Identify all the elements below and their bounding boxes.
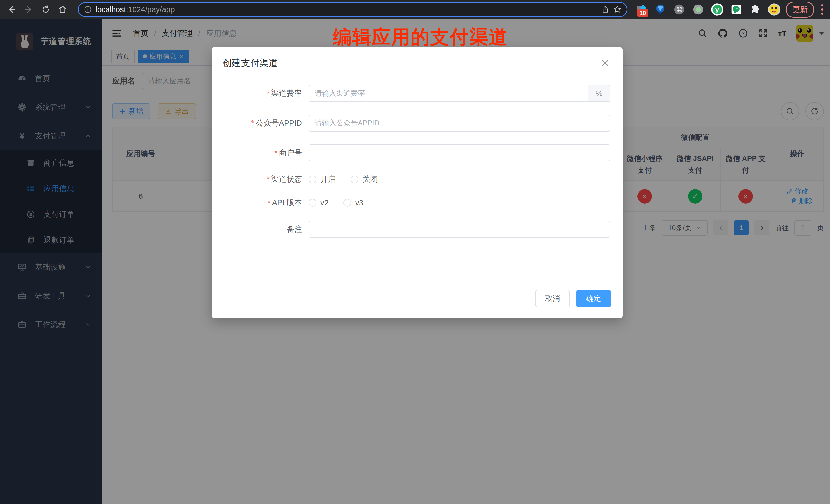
svg-text:⌘: ⌘ — [676, 6, 682, 13]
radio-icon — [309, 176, 316, 183]
radio-icon — [309, 199, 316, 207]
browser-back-button[interactable] — [5, 2, 19, 17]
channel-rate-input[interactable] — [309, 85, 588, 101]
create-pay-channel-dialog: 创建支付渠道 ✕ 渠道费率 % 公众号APPID 商户号 — [212, 47, 622, 318]
extensions-puzzle-icon[interactable] — [748, 3, 762, 16]
dialog-form: 渠道费率 % 公众号APPID 商户号 — [212, 85, 622, 250]
browser-reload-button[interactable] — [38, 2, 53, 17]
extension-gem-icon[interactable] — [653, 3, 667, 16]
browser-home-button[interactable] — [55, 2, 70, 17]
field-channel-status: 渠道状态 开启 关闭 — [212, 174, 622, 185]
bookmark-star-icon[interactable] — [613, 5, 621, 14]
home-icon — [59, 6, 66, 12]
field-remark: 备注 — [212, 221, 622, 238]
extension-command-icon[interactable]: ⌘ — [673, 3, 686, 16]
field-mp-appid: 公众号APPID — [212, 115, 622, 131]
url-bar[interactable]: localhost:1024/pay/app — [78, 2, 628, 17]
svg-text:y: y — [715, 6, 719, 13]
extension-y-icon[interactable]: y — [710, 3, 724, 16]
field-channel-rate: 渠道费率 % — [212, 85, 622, 102]
cancel-button[interactable]: 取消 — [536, 290, 570, 307]
extension-badge: 10 — [637, 9, 648, 17]
radio-icon — [344, 199, 351, 207]
confirm-button[interactable]: 确定 — [576, 290, 611, 307]
percent-suffix: % — [588, 85, 610, 101]
forward-icon — [26, 7, 31, 12]
back-icon — [10, 7, 15, 12]
merchant-id-input[interactable] — [309, 144, 610, 161]
share-icon[interactable] — [601, 5, 609, 13]
remark-input[interactable] — [309, 221, 610, 238]
status-open-radio[interactable]: 开启 — [309, 174, 336, 185]
radio-icon — [351, 176, 358, 183]
dialog-title: 创建支付渠道 — [223, 57, 278, 69]
api-v2-radio[interactable]: v2 — [309, 198, 329, 207]
site-info-icon[interactable] — [84, 5, 92, 13]
browser-toolbar: localhost:1024/pay/app 10 ⌘ y — [0, 0, 830, 19]
annotation-text: 编辑应用的支付渠道 — [333, 25, 508, 50]
url-text: localhost:1024/pay/app — [96, 5, 175, 14]
status-closed-radio[interactable]: 关闭 — [351, 174, 378, 185]
field-api-version: API 版本 v2 v3 — [212, 197, 622, 208]
browser-menu-icon[interactable] — [820, 4, 824, 14]
extension-chat-icon[interactable] — [730, 3, 743, 16]
extension-blocks-icon[interactable]: 10 — [635, 3, 648, 16]
screen: localhost:1024/pay/app 10 ⌘ y — [0, 0, 830, 504]
dialog-close-icon[interactable]: ✕ — [598, 57, 612, 69]
browser-forward-button[interactable] — [22, 2, 36, 17]
profile-avatar-icon[interactable] — [767, 3, 781, 16]
extension-green-dot-icon[interactable] — [692, 3, 705, 16]
field-merchant-id: 商户号 — [212, 144, 622, 161]
mp-appid-input[interactable] — [309, 115, 610, 131]
browser-extensions: 10 ⌘ y — [635, 3, 781, 16]
api-v3-radio[interactable]: v3 — [344, 198, 363, 207]
browser-update-button[interactable]: 更新 — [786, 2, 814, 18]
